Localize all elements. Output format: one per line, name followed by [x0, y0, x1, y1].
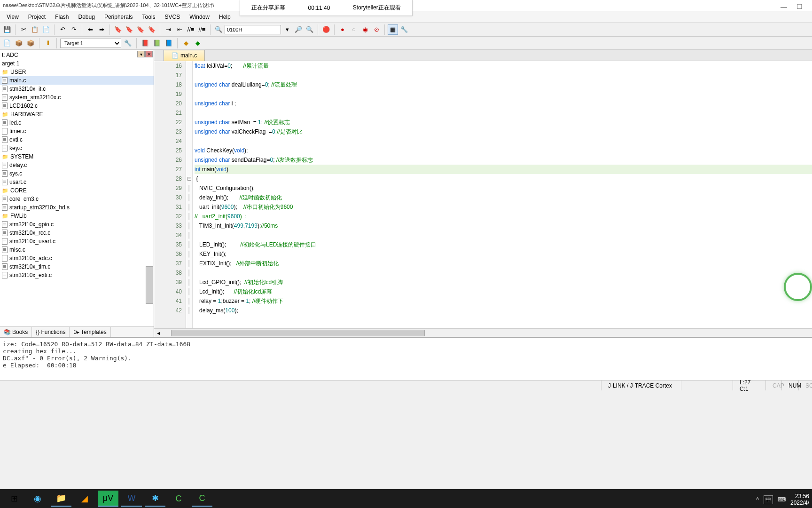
bookmark-clear-icon[interactable]: 🔖 — [147, 24, 157, 35]
bookmark-icon[interactable]: 🔖 — [113, 24, 123, 35]
tree-file[interactable]: system_stm32f10x.c — [0, 93, 154, 102]
download-icon[interactable]: ⬇ — [43, 38, 53, 48]
project-tree[interactable]: t: ADC arget 1 USER main.c stm32f10x_it.… — [0, 50, 154, 326]
tray-ime[interactable]: 中 — [764, 495, 773, 504]
outdent-icon[interactable]: ⇤ — [174, 24, 185, 35]
tree-group-user[interactable]: USER — [0, 68, 154, 76]
menu-view[interactable]: View — [2, 14, 23, 20]
tree-file[interactable]: stm32f10x_it.c — [0, 85, 154, 93]
breakpoint-icon[interactable]: ◉ — [360, 24, 370, 35]
books-icon[interactable]: 📘 — [164, 38, 174, 48]
tree-file[interactable]: stm32f10x_rcc.c — [0, 229, 154, 237]
record-icon[interactable]: ● — [337, 24, 348, 35]
maximize-button[interactable]: ☐ — [796, 3, 803, 10]
pack-install-icon[interactable]: ◆ — [193, 38, 203, 48]
build-output[interactable]: ize: Code=16520 RO-data=512 RW-data=84 Z… — [0, 337, 812, 380]
tree-file[interactable]: core_cm3.c — [0, 195, 154, 203]
system-tray[interactable]: ^ 中 ⌨ 23:56 2022/4/ — [756, 493, 809, 506]
tree-file[interactable]: exti.c — [0, 135, 154, 144]
tree-file[interactable]: delay.c — [0, 161, 154, 169]
menu-tools[interactable]: Tools — [138, 14, 160, 20]
menu-help[interactable]: Help — [214, 14, 235, 20]
code-editor[interactable]: 1617181920212223242526272829303132333435… — [154, 61, 812, 328]
tree-file[interactable]: usart.c — [0, 178, 154, 186]
tree-file[interactable]: main.c — [0, 76, 154, 85]
taskbar-keil[interactable]: μV — [98, 491, 118, 507]
translate-icon[interactable]: 📄 — [2, 38, 12, 48]
menu-debug[interactable]: Debug — [74, 14, 100, 20]
nav-fwd-icon[interactable]: ➡ — [96, 24, 107, 35]
stop-icon[interactable]: ○ — [349, 24, 359, 35]
editor-tab-main[interactable]: 📄 main.c — [164, 50, 205, 61]
find-in-files-icon[interactable]: 🔍 — [304, 24, 315, 35]
build-icon[interactable]: 📦 — [14, 38, 24, 48]
tree-group-hardware[interactable]: HARDWARE — [0, 110, 154, 119]
save-all-icon[interactable]: 💾 — [2, 24, 12, 35]
taskbar-explorer[interactable]: 📁 — [51, 491, 71, 507]
nav-back-icon[interactable]: ⬅ — [85, 24, 95, 35]
tree-file[interactable]: sys.c — [0, 169, 154, 178]
comment-icon[interactable]: //≡ — [186, 24, 196, 35]
address-input[interactable] — [225, 25, 281, 34]
debug-icon[interactable]: 🔴 — [321, 24, 331, 35]
config-icon[interactable]: 🔧 — [399, 24, 409, 35]
panel-pin-icon[interactable]: ▾ — [137, 51, 145, 57]
find-icon[interactable]: 🔍 — [213, 24, 224, 35]
tray-keyboard-icon[interactable]: ⌨ — [778, 496, 786, 503]
manage-icon[interactable]: 📕 — [140, 38, 150, 48]
tree-file[interactable]: led.c — [0, 119, 154, 127]
disable-bp-icon[interactable]: ⊘ — [371, 24, 382, 35]
fold-column[interactable]: ⊟││││││││││││││ — [186, 61, 193, 328]
pack-icon[interactable]: ◆ — [181, 38, 191, 48]
tree-file[interactable]: key.c — [0, 144, 154, 152]
tree-root[interactable]: t: ADC — [0, 51, 154, 59]
code-body[interactable]: float leiJiVal=0; //累计流量unsigned char de… — [193, 61, 812, 328]
taskbar-app1[interactable]: ◢ — [74, 491, 95, 507]
menu-peripherals[interactable]: Peripherals — [100, 14, 138, 20]
tree-file[interactable]: stm32f10x_tim.c — [0, 262, 154, 271]
redo-icon[interactable]: ↷ — [69, 24, 79, 35]
taskbar-wechat[interactable]: C — [168, 491, 189, 507]
dropdown-icon[interactable]: ▾ — [282, 24, 292, 35]
tree-scrollbar[interactable] — [146, 266, 153, 304]
bookmark-prev-icon[interactable]: 🔖 — [124, 24, 134, 35]
goto-icon[interactable]: 🔎 — [293, 24, 304, 35]
minimize-button[interactable]: — — [781, 3, 787, 10]
tray-expand-icon[interactable]: ^ — [756, 496, 759, 503]
uncomment-icon[interactable]: //≡ — [197, 24, 207, 35]
tree-target[interactable]: arget 1 — [0, 59, 154, 68]
tree-file[interactable]: misc.c — [0, 246, 154, 254]
undo-icon[interactable]: ↶ — [57, 24, 68, 35]
tree-file[interactable]: stm32f10x_usart.c — [0, 237, 154, 246]
tree-group-core[interactable]: CORE — [0, 186, 154, 195]
editor-hscroll[interactable]: ◂ — [154, 328, 812, 337]
indent-icon[interactable]: ⇥ — [163, 24, 173, 35]
window-icon[interactable]: ▦ — [388, 24, 398, 35]
floating-action-button[interactable] — [784, 273, 812, 301]
copy-icon[interactable]: 📋 — [30, 24, 40, 35]
taskbar-tencent[interactable]: ✱ — [145, 491, 165, 507]
target-options-icon[interactable]: 🔧 — [123, 38, 133, 48]
tree-file[interactable]: stm32f10x_exti.c — [0, 271, 154, 279]
tab-functions[interactable]: {}Functions — [32, 327, 70, 337]
menu-svcs[interactable]: SVCS — [160, 14, 185, 20]
tree-file[interactable]: stm32f10x_gpio.c — [0, 220, 154, 229]
tree-group-system[interactable]: SYSTEM — [0, 152, 154, 161]
tree-file[interactable]: LCD1602.c — [0, 102, 154, 110]
rebuild-icon[interactable]: 📦 — [25, 38, 36, 48]
file-ext-icon[interactable]: 📗 — [152, 38, 162, 48]
menu-project[interactable]: Project — [23, 14, 50, 20]
bookmark-next-icon[interactable]: 🔖 — [135, 24, 146, 35]
paste-icon[interactable]: 📄 — [41, 24, 51, 35]
taskbar-edge[interactable]: ◉ — [27, 491, 48, 507]
tree-file[interactable]: timer.c — [0, 127, 154, 135]
menu-window[interactable]: Window — [185, 14, 214, 20]
tree-file[interactable]: stm32f10x_adc.c — [0, 254, 154, 262]
target-select[interactable]: Target 1 — [60, 39, 121, 48]
taskbar-camtasia[interactable]: C — [192, 491, 212, 507]
start-button[interactable]: ⊞ — [4, 491, 24, 507]
tree-file[interactable]: startup_stm32f10x_hd.s — [0, 203, 154, 212]
tab-templates[interactable]: 0▸Templates — [70, 327, 110, 337]
panel-close-icon[interactable]: ✕ — [145, 51, 153, 57]
taskbar-word[interactable]: W — [121, 491, 142, 507]
